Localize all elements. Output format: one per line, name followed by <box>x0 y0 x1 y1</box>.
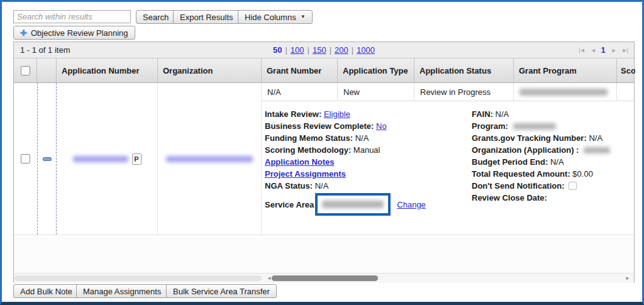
pager-controls: |◄ ◄ 1 ► ►| <box>579 45 628 55</box>
grant-program-redacted <box>519 89 608 96</box>
intake-review-link[interactable]: Eligible <box>324 109 350 119</box>
row-select-cell <box>14 83 37 235</box>
plus-icon: ✚ <box>20 29 27 37</box>
application-number-link-redacted[interactable] <box>73 156 128 162</box>
fain-value: N/A <box>496 109 509 119</box>
next-page-icon[interactable]: ► <box>611 47 616 53</box>
header-grant-number[interactable]: Grant Number <box>262 58 338 82</box>
dont-send-notification-checkbox[interactable] <box>569 182 577 190</box>
application-type-cell: New <box>338 83 414 101</box>
service-area-highlight-box <box>315 193 391 216</box>
table-header: Application Number Organization Grant Nu… <box>14 58 634 83</box>
details-left-column: Intake Review: Eligible Business Review … <box>265 108 426 216</box>
score-cell <box>617 83 635 101</box>
service-area-label: Service Area <box>265 199 314 211</box>
row-checkbox[interactable] <box>21 154 30 164</box>
results-grid: 1 - 1 of 1 item 50|100|150|200|1000 |◄ ◄… <box>13 42 635 283</box>
program-value-redacted <box>513 123 556 130</box>
business-review-label: Business Review Complete: <box>265 121 374 131</box>
header-application-type[interactable]: Application Type <box>338 58 414 82</box>
total-requested-value: $0.00 <box>572 169 593 179</box>
search-input[interactable] <box>13 10 131 23</box>
scroll-left-icon[interactable]: ◄ <box>267 275 272 281</box>
organization-application-redacted <box>584 147 610 153</box>
current-page: 1 <box>601 45 606 55</box>
search-button[interactable]: Search <box>136 10 175 24</box>
hide-columns-label: Hide Columns <box>245 13 296 22</box>
details-right-column: FAIN: N/A Program: Grants.gov Tracking N… <box>472 108 610 204</box>
chevron-down-icon: ▼ <box>301 14 306 19</box>
select-all-checkbox[interactable] <box>21 66 30 75</box>
service-area-change-link[interactable]: Change <box>397 199 426 211</box>
header-select-cell <box>14 58 37 82</box>
nga-status-value: N/A <box>315 181 329 191</box>
hide-columns-button[interactable]: Hide Columns ▼ <box>238 10 313 24</box>
dont-send-notification-label: Don't Send Notification: <box>472 181 565 191</box>
header-expand-cell <box>37 58 57 82</box>
pagination-bar: 1 - 1 of 1 item 50|100|150|200|1000 |◄ ◄… <box>14 42 634 58</box>
app-window: Search Export Results Hide Columns ▼ ✚ O… <box>0 0 644 305</box>
organization-application-label: Organization (Application) : <box>472 144 579 156</box>
grant-number-cell: N/A <box>262 83 338 101</box>
scoring-methodology-label: Scoring Methodology: <box>265 145 351 155</box>
page-size-200[interactable]: 200 <box>335 45 348 55</box>
funding-memo-label: Funding Memo Status: <box>265 133 353 143</box>
application-number-cell: P <box>57 83 158 235</box>
budget-period-end-value: N/A <box>550 157 564 167</box>
row-values-strip: N/A New Review in Progress <box>262 83 635 101</box>
page-size-100[interactable]: 100 <box>291 45 304 55</box>
header-application-status[interactable]: Application Status <box>414 58 514 82</box>
grant-program-cell <box>514 83 617 101</box>
prev-page-icon[interactable]: ◄ <box>591 47 596 53</box>
header-score[interactable]: Score <box>617 58 635 82</box>
total-requested-label: Total Requested Amount: <box>472 169 570 179</box>
tracking-number-label: Grants.gov Tracking Number: <box>472 133 587 143</box>
table-row: P N/A New Review in Progress Intake Revi… <box>14 83 634 235</box>
add-bulk-note-button[interactable]: Add Bulk Note <box>13 284 79 298</box>
organization-cell <box>158 83 262 235</box>
nga-status-label: NGA Status: <box>265 181 313 191</box>
organization-link-redacted[interactable] <box>166 156 253 162</box>
business-review-link[interactable]: No <box>376 121 387 131</box>
row-expand-cell <box>37 83 57 235</box>
application-status-cell: Review in Progress <box>414 83 514 101</box>
scroll-right-icon[interactable]: ► <box>625 275 630 281</box>
page-size-50[interactable]: 50 <box>273 45 282 55</box>
page-size-150[interactable]: 150 <box>313 45 326 55</box>
application-notes-link[interactable]: Application Notes <box>265 157 335 167</box>
objective-review-planning-label: Objective Review Planning <box>31 28 128 38</box>
project-assignments-link[interactable]: Project Assignments <box>265 169 346 179</box>
export-results-button[interactable]: Export Results <box>173 10 240 24</box>
tracking-number-value: N/A <box>589 133 602 143</box>
scoring-methodology-value: Manual <box>353 145 380 155</box>
p-document-icon[interactable]: P <box>132 153 142 165</box>
horizontal-scrollbar[interactable]: ◄ ► <box>14 273 634 283</box>
manage-assignments-button[interactable]: Manage Assignments <box>76 284 168 298</box>
budget-period-end-label: Budget Period End: <box>472 157 548 167</box>
service-area-value-redacted <box>322 201 384 208</box>
header-organization[interactable]: Organization <box>158 58 262 82</box>
frozen-columns-track <box>14 275 262 281</box>
review-close-date-label: Review Close Date: <box>472 193 547 202</box>
intake-review-label: Intake Review: <box>265 109 321 119</box>
fain-label: FAIN: <box>472 109 493 119</box>
program-label: Program: <box>472 120 508 132</box>
scrollbar-thumb[interactable] <box>272 275 378 281</box>
page-size-selector: 50|100|150|200|1000 <box>14 45 634 55</box>
funding-memo-value: N/A <box>355 133 369 143</box>
empty-grid-area <box>14 235 634 273</box>
header-grant-program[interactable]: Grant Program <box>514 58 617 82</box>
last-page-icon[interactable]: ►| <box>622 47 628 53</box>
first-page-icon[interactable]: |◄ <box>579 47 584 53</box>
page-size-1000[interactable]: 1000 <box>357 45 375 55</box>
header-application-number[interactable]: Application Number <box>57 58 158 82</box>
bulk-service-area-transfer-button[interactable]: Bulk Service Area Transfer <box>166 284 277 298</box>
objective-review-planning-button[interactable]: ✚ Objective Review Planning <box>13 26 135 40</box>
collapse-row-icon[interactable] <box>43 157 52 161</box>
